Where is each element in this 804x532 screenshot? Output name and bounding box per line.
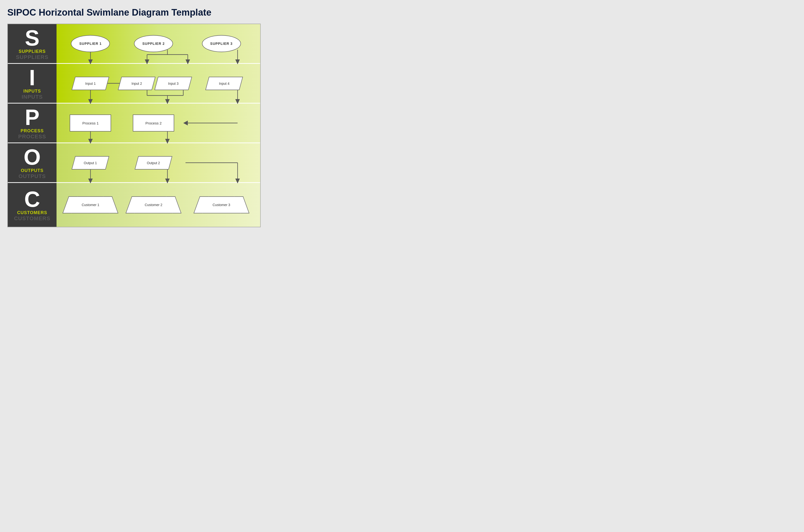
suppliers-label-shadow: SUPPLIERS [16, 54, 49, 60]
suppliers-row: S SUPPLIERS SUPPLIERS SUPPLIER 1 SUPPLIE… [8, 24, 260, 64]
customers-label-top: CUSTOMERS [17, 210, 47, 215]
outputs-letter: O [24, 146, 41, 168]
outputs-label-cell: O OUTPUTS OUTPUTS [8, 143, 57, 182]
process-label-shadow: PROCESS [18, 133, 46, 140]
suppliers-letter: S [25, 27, 39, 49]
process-label-top: PROCESS [20, 128, 44, 133]
inputs-label-shadow: INPUTS [22, 94, 43, 100]
suppliers-label-cell: S SUPPLIERS SUPPLIERS [8, 24, 57, 63]
customers-label-shadow: CUSTOMERS [14, 215, 50, 222]
process-2-shape: Process 2 [133, 114, 174, 132]
customers-letter: C [24, 188, 40, 210]
input-3-shape: Input 3 [154, 77, 192, 90]
inputs-row: I INPUTS INPUTS Input 1 Input 2 Input 3 [8, 64, 260, 103]
supplier-2-shape: SUPPLIER 2 [134, 35, 173, 52]
suppliers-content: SUPPLIER 1 SUPPLIER 2 SUPPLIER 3 [57, 24, 260, 63]
outputs-label-top: OUTPUTS [21, 168, 43, 173]
customers-label-cell: C CUSTOMERS CUSTOMERS [8, 183, 57, 227]
customer-2-shape: Customer 2 [134, 196, 173, 213]
suppliers-label-top: SUPPLIERS [19, 49, 45, 54]
inputs-letter: I [29, 67, 35, 89]
process-1-shape: Process 1 [70, 114, 111, 132]
output-1-shape: Output 1 [72, 156, 109, 170]
customers-content: Customer 1 Customer 2 Customer 3 [57, 183, 260, 227]
inputs-content: Input 1 Input 2 Input 3 Input 4 [57, 64, 260, 103]
process-row: P PROCESS PROCESS Process 1 Process 2 [8, 103, 260, 143]
process-letter: P [25, 107, 39, 128]
customer-1-shape: Customer 1 [71, 196, 110, 213]
process-label-cell: P PROCESS PROCESS [8, 103, 57, 142]
customers-row: C CUSTOMERS CUSTOMERS Customer 1 Custome… [8, 183, 260, 227]
outputs-content: Output 1 Output 2 [57, 143, 260, 182]
customer-3-shape: Customer 3 [202, 196, 241, 213]
input-2-shape: Input 2 [118, 77, 155, 90]
sipoc-diagram: S SUPPLIERS SUPPLIERS SUPPLIER 1 SUPPLIE… [7, 24, 261, 227]
outputs-row: O OUTPUTS OUTPUTS Output 1 Output 2 [8, 143, 260, 183]
supplier-1-shape: SUPPLIER 1 [71, 35, 110, 52]
input-1-shape: Input 1 [72, 77, 109, 90]
supplier-3-shape: SUPPLIER 3 [202, 35, 241, 52]
outputs-label-shadow: OUTPUTS [19, 173, 46, 179]
input-4-shape: Input 4 [205, 77, 243, 90]
output-2-shape: Output 2 [135, 156, 172, 170]
inputs-label-top: INPUTS [23, 89, 41, 94]
inputs-label-cell: I INPUTS INPUTS [8, 64, 57, 103]
process-content: Process 1 Process 2 [57, 103, 260, 142]
page-title: SIPOC Horizontal Swimlane Diagram Templa… [7, 7, 261, 18]
